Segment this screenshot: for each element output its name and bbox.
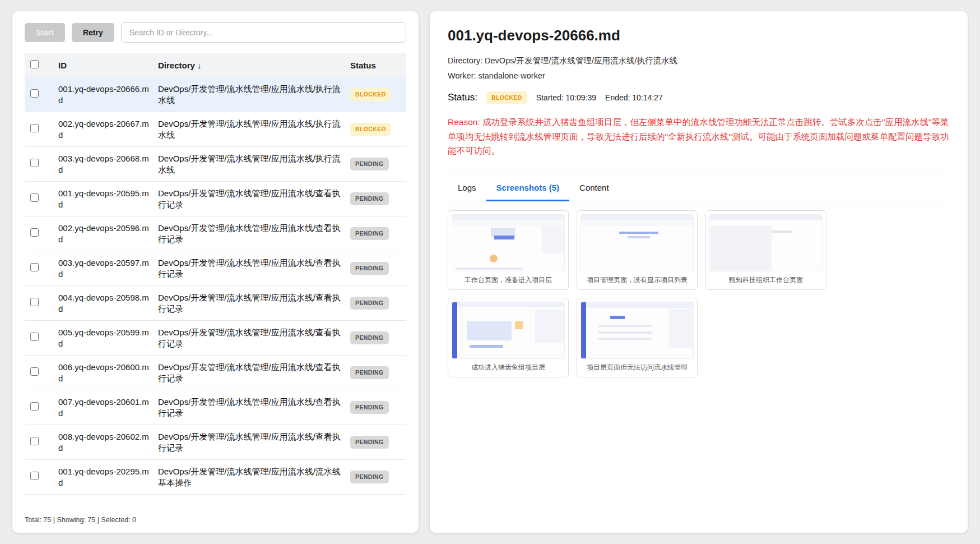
row-checkbox-wrap bbox=[30, 333, 53, 344]
screenshot-thumbnail-image bbox=[452, 214, 565, 271]
row-checkbox-wrap bbox=[30, 228, 53, 239]
table-row[interactable]: 002.yq-devops-20596.md DevOps/开发管理/流水线管理… bbox=[25, 216, 406, 251]
task-directory-cell: DevOps/开发管理/流水线管理/应用流水线/流水线基本操作 bbox=[158, 466, 345, 488]
task-directory-cell: DevOps/开发管理/流水线管理/应用流水线/查看执行记录 bbox=[158, 292, 345, 314]
retry-button[interactable]: Retry bbox=[72, 23, 114, 42]
row-checkbox-wrap bbox=[30, 263, 53, 274]
table-row[interactable]: 001.yq-devops-20666.md DevOps/开发管理/流水线管理… bbox=[25, 77, 406, 112]
row-checkbox[interactable] bbox=[30, 89, 39, 98]
screenshot-thumbnail-image bbox=[452, 302, 565, 359]
task-status-badge: PENDING bbox=[350, 192, 389, 206]
row-checkbox[interactable] bbox=[30, 228, 39, 237]
ended-time: Ended: 10:14:27 bbox=[605, 93, 663, 102]
table-row[interactable]: 007.yq-devops-20601.md DevOps/开发管理/流水线管理… bbox=[25, 390, 406, 425]
task-status-badge: PENDING bbox=[350, 297, 389, 310]
status-badge: BLOCKED bbox=[486, 91, 527, 104]
task-table-body: 001.yq-devops-20666.md DevOps/开发管理/流水线管理… bbox=[25, 77, 406, 494]
task-id-cell: 003.yq-devops-20668.md bbox=[58, 153, 152, 175]
task-status-badge: PENDING bbox=[350, 436, 389, 449]
row-checkbox-wrap bbox=[30, 89, 53, 100]
select-all-checkbox-wrap bbox=[30, 60, 53, 70]
table-row[interactable]: 002.yq-devops-20667.md DevOps/开发管理/流水线管理… bbox=[25, 112, 406, 146]
table-summary: Total: 75 | Showing: 75 | Selected: 0 bbox=[25, 509, 406, 524]
row-checkbox-wrap bbox=[30, 193, 53, 205]
tab-content[interactable]: Content bbox=[569, 176, 619, 201]
task-id-cell: 002.yq-devops-20667.md bbox=[58, 118, 152, 140]
page-title: 001.yq-devops-20666.md bbox=[448, 27, 950, 44]
task-status-badge: PENDING bbox=[350, 262, 389, 275]
screenshot-caption: 甄知科技组织工作台页面 bbox=[709, 271, 823, 287]
started-time: Started: 10:09:39 bbox=[536, 93, 596, 102]
screenshot-thumbnail-image bbox=[709, 214, 823, 271]
column-header-id[interactable]: ID bbox=[58, 61, 152, 70]
row-checkbox[interactable] bbox=[30, 367, 39, 376]
table-row[interactable]: 003.yq-devops-20668.md DevOps/开发管理/流水线管理… bbox=[25, 146, 406, 181]
screenshot-caption: 工作台页面，准备进入项目层 bbox=[452, 271, 565, 287]
screenshot-thumbnail-card[interactable]: 项目层页面但无法访问流水线管理 bbox=[577, 298, 698, 377]
section-divider bbox=[448, 173, 950, 173]
table-row[interactable]: 005.yq-devops-20599.md DevOps/开发管理/流水线管理… bbox=[25, 320, 406, 355]
task-id-cell: 003.yq-devops-20597.md bbox=[58, 257, 152, 279]
tab-screenshots-5[interactable]: Screenshots (5) bbox=[486, 176, 570, 201]
detail-worker: Worker: standalone-worker bbox=[448, 71, 950, 80]
search-input[interactable] bbox=[121, 22, 406, 43]
row-checkbox[interactable] bbox=[30, 402, 39, 411]
table-row[interactable]: 006.yq-devops-20600.md DevOps/开发管理/流水线管理… bbox=[25, 355, 406, 390]
detail-directory: Directory: DevOps/开发管理/流水线管理/应用流水线/执行流水线 bbox=[448, 56, 950, 66]
table-row[interactable]: 001.yq-devops-20295.md DevOps/开发管理/流水线管理… bbox=[25, 459, 406, 494]
task-directory-cell: DevOps/开发管理/流水线管理/应用流水线/查看执行记录 bbox=[158, 327, 345, 349]
screenshot-thumbnail-card[interactable]: 项目管理页面，没有显示项目列表 bbox=[577, 210, 698, 290]
task-id-cell: 001.yq-devops-20666.md bbox=[58, 84, 152, 105]
task-table: ID Directory ↓ Status 001.yq-devops-2066… bbox=[25, 53, 406, 495]
screenshot-thumbnail-card[interactable]: 成功进入猪齿鱼组项目层 bbox=[448, 298, 569, 377]
row-checkbox[interactable] bbox=[30, 333, 39, 341]
row-checkbox[interactable] bbox=[30, 193, 39, 202]
row-checkbox-wrap bbox=[30, 159, 53, 170]
select-all-checkbox[interactable] bbox=[30, 60, 39, 68]
tab-logs[interactable]: Logs bbox=[448, 176, 486, 201]
screenshot-thumbnail-card[interactable]: 甄知科技组织工作台页面 bbox=[705, 210, 826, 290]
detail-status-row: Status: BLOCKED Started: 10:09:39 Ended:… bbox=[448, 91, 950, 104]
task-status-badge: PENDING bbox=[350, 471, 389, 484]
task-id-cell: 008.yq-devops-20602.md bbox=[58, 431, 152, 453]
task-status-badge: PENDING bbox=[350, 158, 389, 171]
task-status-badge: PENDING bbox=[350, 331, 389, 345]
task-status-badge: BLOCKED bbox=[350, 88, 391, 102]
task-id-cell: 005.yq-devops-20599.md bbox=[58, 327, 152, 349]
task-directory-cell: DevOps/开发管理/流水线管理/应用流水线/查看执行记录 bbox=[158, 188, 345, 210]
task-status-badge: PENDING bbox=[350, 366, 389, 380]
table-row[interactable]: 004.yq-devops-20598.md DevOps/开发管理/流水线管理… bbox=[25, 285, 406, 320]
row-checkbox-wrap bbox=[30, 367, 53, 379]
task-directory-cell: DevOps/开发管理/流水线管理/应用流水线/查看执行记录 bbox=[158, 257, 345, 279]
task-directory-cell: DevOps/开发管理/流水线管理/应用流水线/执行流水线 bbox=[158, 153, 345, 175]
row-checkbox[interactable] bbox=[30, 472, 39, 480]
task-list-panel: Start Retry ID Directory ↓ Status 001.yq… bbox=[12, 11, 419, 533]
screenshots-grid: 工作台页面，准备进入项目层 项目管理页面，没有显示项目列表 甄知科技组织工作台页… bbox=[448, 210, 950, 377]
task-directory-cell: DevOps/开发管理/流水线管理/应用流水线/执行流水线 bbox=[158, 118, 345, 140]
row-checkbox[interactable] bbox=[30, 298, 39, 306]
task-id-cell: 007.yq-devops-20601.md bbox=[58, 397, 152, 418]
sort-descending-icon: ↓ bbox=[197, 61, 202, 70]
row-checkbox-wrap bbox=[30, 402, 53, 413]
row-checkbox[interactable] bbox=[30, 437, 39, 445]
table-row[interactable]: 001.yq-devops-20595.md DevOps/开发管理/流水线管理… bbox=[25, 181, 406, 216]
blocked-reason-text: Reason: 成功登录系统并进入猪齿鱼组项目层，但左侧菜单中的流水线管理功能无… bbox=[448, 115, 950, 158]
row-checkbox[interactable] bbox=[30, 159, 39, 167]
task-directory-cell: DevOps/开发管理/流水线管理/应用流水线/执行流水线 bbox=[158, 84, 345, 105]
status-label: Status: bbox=[448, 92, 477, 103]
detail-tabs: LogsScreenshots (5)Content bbox=[448, 176, 950, 201]
task-id-cell: 002.yq-devops-20596.md bbox=[58, 223, 152, 245]
table-row[interactable]: 003.yq-devops-20597.md DevOps/开发管理/流水线管理… bbox=[25, 251, 406, 285]
row-checkbox[interactable] bbox=[30, 263, 39, 271]
task-directory-cell: DevOps/开发管理/流水线管理/应用流水线/查看执行记录 bbox=[158, 223, 345, 245]
app-root: Start Retry ID Directory ↓ Status 001.yq… bbox=[0, 0, 980, 544]
start-button[interactable]: Start bbox=[25, 23, 65, 42]
screenshot-thumbnail-card[interactable]: 工作台页面，准备进入项目层 bbox=[448, 210, 569, 290]
row-checkbox[interactable] bbox=[30, 124, 39, 132]
task-id-cell: 004.yq-devops-20598.md bbox=[58, 292, 152, 314]
column-header-status[interactable]: Status bbox=[350, 61, 400, 70]
task-status-badge: PENDING bbox=[350, 401, 389, 414]
column-header-directory[interactable]: Directory ↓ bbox=[158, 61, 345, 70]
task-id-cell: 006.yq-devops-20600.md bbox=[58, 362, 152, 384]
table-row[interactable]: 008.yq-devops-20602.md DevOps/开发管理/流水线管理… bbox=[25, 425, 406, 459]
